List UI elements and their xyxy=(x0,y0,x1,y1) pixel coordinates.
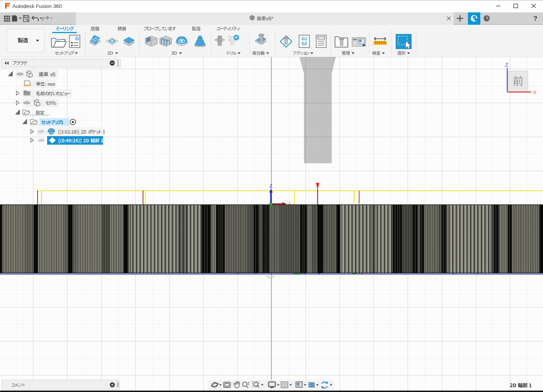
svg-text:x: x xyxy=(289,200,291,205)
svg-text:3D: 3D xyxy=(171,51,177,55)
svg-text:Z: Z xyxy=(505,62,508,68)
svg-text:2D: 2D xyxy=(107,51,113,55)
svg-text:G: G xyxy=(75,36,79,42)
svg-text:v5*: v5* xyxy=(266,16,273,22)
svg-text:G2: G2 xyxy=(301,41,307,46)
svg-text:G1: G1 xyxy=(301,36,307,41)
svg-text:: mm: : mm xyxy=(45,82,55,87)
svg-text:?: ? xyxy=(533,15,537,22)
svg-text:X: X xyxy=(533,89,536,95)
svg-text:Autodesk Fusion 360: Autodesk Fusion 360 xyxy=(12,3,62,9)
svg-text:Z: Z xyxy=(270,184,272,188)
svg-text:v5: v5 xyxy=(50,72,55,77)
